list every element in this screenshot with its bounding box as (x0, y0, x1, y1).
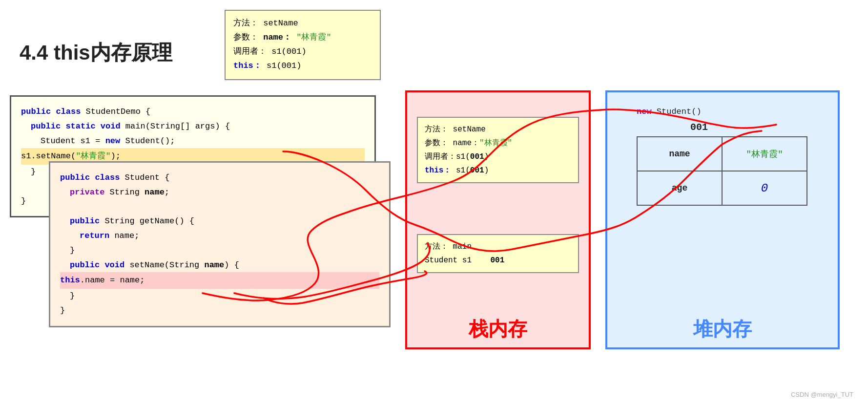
sf-this: this： s1(001) (425, 164, 571, 177)
tooltip-this: this： s1(001) (233, 59, 372, 73)
heap-panel: new Student() 001 name "林青霞" age 0 堆内存 (605, 90, 840, 349)
heap-addr: 001 (690, 122, 708, 133)
student-line-9: } (60, 303, 379, 318)
stack-panel: 方法： setName 参数： name："林青霞" 调用者：s1(001) t… (405, 90, 591, 349)
stack-frame-setname: 方法： setName 参数： name："林青霞" 调用者：s1(001) t… (417, 117, 579, 183)
tooltip-caller: 调用者： s1(001) (233, 45, 372, 59)
watermark: CSDN @mengyi_TUT (791, 391, 853, 398)
student-line-5: } (60, 243, 379, 258)
mf-method: 方法： main (425, 240, 571, 254)
heap-label: 堆内存 (693, 316, 752, 343)
stack-label: 栈内存 (469, 316, 527, 343)
heap-table: name "林青霞" age 0 (637, 136, 807, 206)
code-line-3: Student s1 = new Student(); (21, 134, 365, 149)
page-title: 4.4 this内存原理 (20, 39, 172, 66)
student-line-4: return name; (60, 229, 379, 243)
heap-name-label: name (637, 137, 722, 171)
heap-new-label: new Student() (637, 107, 702, 116)
student-line-2: private String name; (60, 185, 379, 200)
stack-frame-main: 方法： main Student s1 001 (417, 234, 579, 273)
table-row: name "林青霞" (637, 137, 807, 171)
code-line-2: public static void main(String[] args) { (21, 119, 365, 134)
heap-age-label: age (637, 171, 722, 205)
table-row: age 0 (637, 171, 807, 205)
student-line-1: public class Student { (60, 171, 379, 185)
code-line-1: public class StudentDemo { (21, 105, 365, 119)
tooltip-box: 方法： setName 参数： name： "林青霞" 调用者： s1(001)… (225, 10, 381, 80)
student-line-7: this.name = name; (60, 272, 379, 289)
sf-param: 参数： name："林青霞" (425, 136, 571, 150)
student-line-8: } (60, 289, 379, 303)
sf-caller: 调用者：s1(001) (425, 150, 571, 164)
student-class-panel: public class Student { private String na… (49, 161, 391, 327)
tooltip-param: 参数： name： "林青霞" (233, 31, 372, 45)
heap-age-value: 0 (722, 171, 807, 205)
sf-method: 方法： setName (425, 123, 571, 136)
student-line-3: public String getName() { (60, 214, 379, 229)
student-line-6: public void setName(String name) { (60, 258, 379, 273)
heap-name-value: "林青霞" (722, 137, 807, 171)
tooltip-method: 方法： setName (233, 17, 372, 31)
mf-var: Student s1 001 (425, 254, 571, 267)
